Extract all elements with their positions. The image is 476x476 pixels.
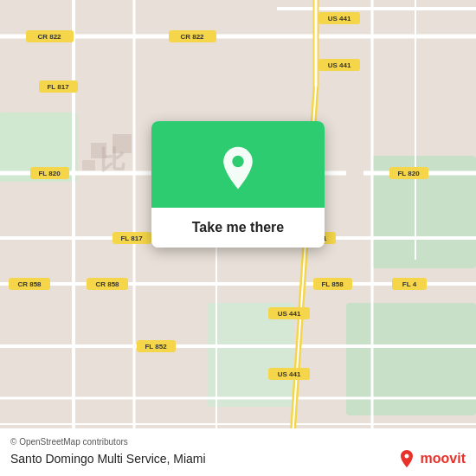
svg-text:FL 820: FL 820: [397, 170, 420, 177]
svg-text:CR 858: CR 858: [95, 280, 119, 288]
moovit-icon: [396, 448, 417, 469]
location-row: Santo Domingo Multi Service, Miami moovi…: [10, 448, 466, 469]
moovit-logo: moovit: [396, 448, 466, 469]
info-bar: © OpenStreetMap contributors Santo Domin…: [0, 428, 476, 476]
svg-text:FL 852: FL 852: [145, 343, 167, 351]
take-me-there-button[interactable]: Take me there: [169, 220, 307, 235]
svg-text:US 441: US 441: [278, 310, 301, 318]
location-name: Santo Domingo Multi Service, Miami: [10, 452, 206, 466]
svg-text:US 441: US 441: [328, 61, 351, 69]
svg-text:FL 820: FL 820: [38, 170, 61, 177]
svg-text:CR 822: CR 822: [37, 33, 61, 41]
popup-card-green-area: [151, 121, 325, 208]
popup-card-bottom: Take me there: [151, 208, 325, 248]
popup-card: Take me there: [151, 121, 325, 248]
svg-text:US 441: US 441: [328, 15, 351, 23]
svg-text:FL 817: FL 817: [47, 83, 69, 91]
svg-text:比: 比: [100, 145, 125, 174]
map-container: CR 822 CR 822 US 441 US 441 FL 817 FL 82…: [0, 0, 476, 476]
location-pin-icon: [215, 145, 261, 190]
svg-text:US 441: US 441: [278, 370, 301, 378]
osm-attribution: © OpenStreetMap contributors: [10, 437, 466, 447]
moovit-brand-text: moovit: [421, 451, 466, 466]
svg-text:CR 822: CR 822: [180, 33, 204, 41]
svg-text:FL 4: FL 4: [402, 280, 417, 288]
svg-rect-62: [82, 160, 95, 170]
svg-point-64: [232, 156, 243, 167]
svg-text:FL 817: FL 817: [120, 235, 143, 242]
svg-text:FL 858: FL 858: [321, 280, 344, 288]
svg-text:CR 858: CR 858: [17, 280, 42, 288]
